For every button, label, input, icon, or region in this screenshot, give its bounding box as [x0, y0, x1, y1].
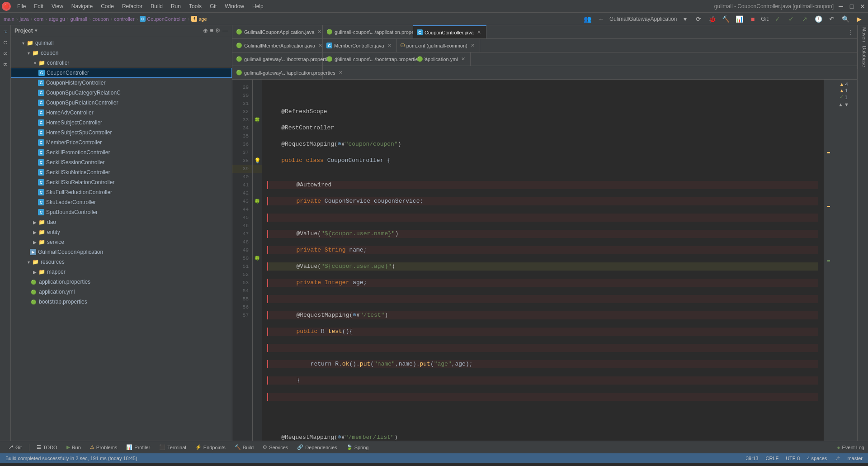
bc-gulimall[interactable]: gulimall: [71, 16, 87, 22]
stop-icon[interactable]: ■: [747, 14, 758, 24]
bc-couponcontroller[interactable]: CouponController: [147, 16, 186, 22]
bottom-build-btn[interactable]: 🔨 Build: [231, 442, 257, 452]
tab-close-1[interactable]: ✕: [316, 29, 323, 35]
run-app-dropdown[interactable]: ▾: [679, 14, 690, 24]
bottom-endpoints-btn[interactable]: ⚡ Endpoints: [192, 442, 229, 452]
menu-refactor[interactable]: Refactor: [118, 2, 146, 10]
tab-gulimallmemberapp[interactable]: 🟢 GulimallMemberApplication.java ✕: [232, 39, 323, 52]
left-icon-structure[interactable]: S: [1, 49, 10, 58]
code-view[interactable]: 29 30 31 32 33 34 35 36 37 38 39 40 41 4…: [232, 80, 857, 441]
tab-gwappprops[interactable]: 🟢 gulimall-gateway\...\application.prope…: [232, 66, 323, 80]
tab-membercontroller[interactable]: C MemberController.java ✕: [323, 39, 397, 52]
tree-item-dao[interactable]: ▶ 📁 dao: [11, 217, 232, 227]
project-icon-collapse[interactable]: ≡: [210, 27, 213, 34]
tab-more-button[interactable]: ⋮: [844, 29, 857, 35]
tree-item-skuladder[interactable]: C SkuLadderController: [11, 197, 232, 207]
tree-item-skufullreduction[interactable]: C SkuFullReductionController: [11, 187, 232, 197]
tree-item-mapper[interactable]: ▶ 📁 mapper: [11, 267, 232, 277]
bottom-run-btn[interactable]: ▶ Run: [63, 442, 85, 452]
bc-java[interactable]: java: [20, 16, 29, 22]
tree-item-service[interactable]: ▶ 📁 service: [11, 237, 232, 247]
bottom-git-btn[interactable]: ⎇ Git: [4, 442, 25, 452]
tab-gulimallcouponapp[interactable]: 🟢 GulimallCouponApplication.java ✕: [232, 25, 323, 39]
tab-close-23[interactable]: ✕: [469, 42, 476, 49]
tree-item-controller[interactable]: ▾ 📁 controller: [11, 58, 232, 68]
tree-item-entity[interactable]: ▶ 📁 entity: [11, 227, 232, 237]
menu-tools[interactable]: Tools: [185, 2, 205, 10]
tree-item-couponspurelation[interactable]: C CouponSpuRelationController: [11, 98, 232, 108]
bc-main[interactable]: main: [4, 16, 14, 22]
git-arrow-icon[interactable]: ↗: [799, 14, 810, 24]
menu-view[interactable]: View: [48, 2, 67, 10]
git-history-icon[interactable]: 🕐: [813, 14, 824, 24]
bc-atguigu[interactable]: atguigu: [49, 16, 65, 22]
coverage-icon[interactable]: 📊: [734, 14, 745, 24]
menu-help[interactable]: Help: [249, 2, 267, 10]
tab-close-3[interactable]: ✕: [476, 29, 482, 36]
reload-icon[interactable]: ⟳: [693, 14, 704, 24]
close-button[interactable]: ✕: [859, 3, 866, 10]
menu-build[interactable]: Build: [147, 2, 166, 10]
git-check2-icon[interactable]: ✓: [786, 14, 797, 24]
code-editor[interactable]: @RefreshScope @RestController @RequestMa…: [262, 80, 824, 441]
tree-item-memberprice[interactable]: C MemberPriceController: [11, 138, 232, 147]
menu-window[interactable]: Window: [221, 2, 248, 10]
tab-couponcontroller[interactable]: C CouponController.java ✕: [413, 25, 486, 39]
tree-item-seckillpromotion[interactable]: C SeckillPromotionController: [11, 147, 232, 157]
minimize-button[interactable]: ─: [837, 3, 844, 10]
bc-controller[interactable]: controller: [114, 16, 134, 22]
bc-person-icon[interactable]: 👥: [582, 14, 593, 24]
bottom-todo-btn[interactable]: ☰ TODO: [33, 442, 61, 452]
tree-item-seckillskunotice[interactable]: C SeckillSkuNoticeController: [11, 167, 232, 177]
tab-appprops[interactable]: 🟢 gulimall-coupon\...\application.proper…: [323, 25, 413, 39]
project-icon-gear[interactable]: ⚙: [215, 27, 221, 34]
menu-code[interactable]: Code: [97, 2, 118, 10]
left-icon-project[interactable]: P: [1, 27, 10, 36]
debug-icon[interactable]: 🐞: [707, 14, 717, 24]
maven-tab[interactable]: Maven: [858, 25, 868, 44]
tree-item-gulimallcouponapp[interactable]: ▶ GulimallCouponApplication: [11, 247, 232, 257]
menu-navigate[interactable]: Navigate: [68, 2, 96, 10]
menu-file[interactable]: File: [14, 2, 29, 10]
event-log-btn[interactable]: ● Event Log: [837, 444, 864, 451]
tree-item-gulimall[interactable]: ▾ 📁 gulimall: [11, 38, 232, 48]
tree-item-seckillskulrelation[interactable]: C SeckillSkuRelationController: [11, 177, 232, 187]
menu-git[interactable]: Git: [206, 2, 220, 10]
search-icon[interactable]: 🔍: [840, 14, 851, 24]
tree-item-couponhistory[interactable]: C CouponHistoryController: [11, 78, 232, 88]
bc-age[interactable]: age: [198, 16, 207, 22]
database-tab[interactable]: Database: [858, 44, 868, 69]
tab-pomxml[interactable]: ⛁ pom.xml (gulimall-common) ✕: [397, 39, 480, 52]
nav-up-icon[interactable]: ▲: [838, 102, 843, 107]
tree-item-couponcontroller[interactable]: C CouponController: [11, 68, 232, 78]
bottom-problems-btn[interactable]: ⚠ Problems: [86, 442, 121, 452]
tree-item-homesubjectspu[interactable]: C HomeSubjectSpuController: [11, 128, 232, 138]
bottom-terminal-btn[interactable]: ⬛ Terminal: [156, 442, 190, 452]
tree-item-seckillsession[interactable]: C SeckillSessionController: [11, 157, 232, 167]
status-position[interactable]: 39:13: [746, 456, 759, 461]
bottom-services-btn[interactable]: ⚙ Services: [259, 442, 292, 452]
bc-coupon[interactable]: coupon: [93, 16, 109, 22]
tree-item-appyml[interactable]: 🟢 application.yml: [11, 287, 232, 297]
tab-close-33[interactable]: ✕: [460, 56, 467, 62]
maximize-button[interactable]: □: [848, 3, 855, 10]
bc-com[interactable]: com: [34, 16, 43, 22]
tree-item-spubounds[interactable]: C SpuBoundsController: [11, 207, 232, 217]
bottom-dependencies-btn[interactable]: 🔗 Dependencies: [293, 442, 340, 452]
tab-close-41[interactable]: ✕: [337, 69, 344, 76]
tab-cpnbootstrap[interactable]: 🟢 gulimall-coupon\...\bootstrap.properti…: [323, 52, 413, 66]
tab-gwbootstrap[interactable]: 🟢 gulimall-gateway\...\bootstrap.propert…: [232, 52, 323, 66]
bottom-spring-btn[interactable]: 🍃 Spring: [343, 442, 373, 452]
status-indent[interactable]: 4 spaces: [807, 456, 827, 461]
run-icon[interactable]: ▶: [854, 14, 864, 24]
status-crlf[interactable]: CRLF: [765, 456, 778, 461]
menu-run[interactable]: Run: [167, 2, 184, 10]
left-icon-bookmarks[interactable]: B: [1, 60, 10, 69]
bottom-profiler-btn[interactable]: 📊 Profiler: [123, 442, 154, 452]
tree-item-couponspucategory[interactable]: C CouponSpuCategoryRelationC: [11, 88, 232, 98]
tab-appyml[interactable]: 🟢 application.yml ✕: [413, 52, 471, 66]
git-check-icon[interactable]: ✓: [772, 14, 783, 24]
project-icon-locate[interactable]: ⊕: [203, 27, 208, 34]
tree-item-resources[interactable]: ▾ 📁 resources: [11, 257, 232, 267]
tree-item-coupon[interactable]: ▾ 📁 coupon: [11, 48, 232, 58]
